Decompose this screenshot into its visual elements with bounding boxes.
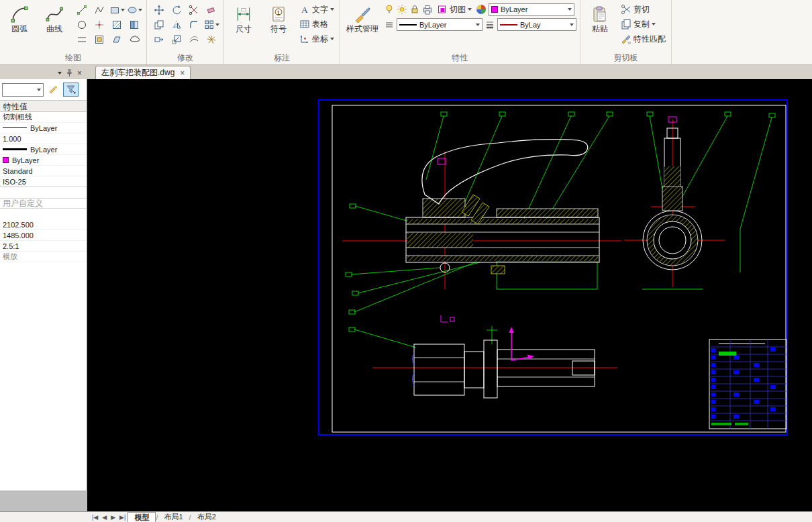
erase-button[interactable] [203, 3, 220, 17]
object-type-dropdown[interactable] [2, 83, 44, 97]
copy-icon [621, 19, 631, 30]
linetype-dropdown[interactable]: ByLayer [397, 18, 483, 31]
property-row-height[interactable]: 1485.000 [0, 230, 87, 241]
property-row-text-style[interactable]: Standard [0, 166, 87, 176]
tab-model[interactable]: 模型 [128, 512, 156, 522]
style-manager-button[interactable]: 样式管理 [344, 3, 381, 47]
next-layout-button[interactable]: ▶ [109, 514, 117, 521]
palette-spacer [0, 209, 87, 219]
property-row-orientation[interactable]: 横放 [0, 252, 87, 262]
property-row-linetype[interactable]: ByLayer [0, 123, 87, 134]
coordinate-icon [299, 34, 310, 44]
dropdown-arrow-icon[interactable] [121, 9, 125, 11]
property-row-dim-style[interactable]: ISO-25 [0, 176, 87, 187]
group-label-modify: 修改 [150, 52, 220, 64]
layer-thaw-button[interactable] [397, 4, 407, 15]
document-tab-close-icon[interactable]: × [180, 69, 185, 77]
document-tab-title: 左刹车把装配图.dwg [101, 67, 174, 79]
point-button[interactable] [91, 17, 108, 32]
rotate-button[interactable] [168, 3, 185, 17]
cad-drawing[interactable] [87, 79, 812, 511]
stretch-button[interactable] [150, 32, 168, 47]
layout-statusbar: |◀ ◀ ▶ ▶| 模型 / 布局1 / 布局2 [0, 511, 812, 522]
last-layout-button[interactable]: ▶| [117, 514, 128, 521]
property-row-linetype-scale[interactable]: 1.000 [0, 134, 87, 144]
text-button[interactable]: A 文字 [297, 3, 336, 16]
coordinate-button[interactable]: 坐标 [297, 32, 336, 46]
dropdown-arrow-icon[interactable] [330, 8, 334, 11]
polyline-icon [94, 5, 105, 15]
array-icon [204, 19, 215, 30]
polyline-button[interactable] [91, 3, 108, 17]
multiline-button[interactable] [73, 32, 91, 47]
lineweight-dropdown[interactable]: ByLay [497, 18, 576, 31]
property-row-width[interactable]: 2102.500 [0, 219, 87, 230]
brake-lever-outline [422, 140, 588, 204]
revcloud-icon [129, 34, 140, 45]
dropdown-arrow-icon[interactable] [652, 23, 656, 25]
layer-plot-button[interactable] [422, 4, 433, 15]
property-row-scale[interactable]: 2.5:1 [0, 241, 87, 252]
line-button[interactable] [73, 3, 91, 17]
mirror-button[interactable] [168, 17, 185, 32]
revcloud-button[interactable] [125, 32, 143, 47]
ribbon: 圆弧 曲线 [0, 0, 812, 65]
paste-button[interactable]: 粘贴 [584, 3, 616, 47]
trim-button[interactable] [185, 3, 203, 17]
dimension-button[interactable]: 尺寸 [227, 3, 260, 47]
layer-on-button[interactable] [384, 4, 395, 15]
table-icon [299, 19, 310, 30]
dropdown-arrow-icon[interactable] [215, 23, 219, 26]
dropdown-arrow-icon[interactable] [138, 9, 142, 11]
property-value: 横放 [3, 252, 17, 262]
color-dropdown[interactable]: ByLayer [489, 3, 574, 16]
ellipse-button[interactable] [125, 3, 143, 17]
array-button[interactable] [203, 17, 220, 32]
spline-button[interactable]: 曲线 [38, 3, 70, 47]
property-row-object-type[interactable]: 切割粗线 [0, 112, 87, 123]
tab-layout1[interactable]: 布局1 [158, 512, 189, 522]
fillet-button[interactable] [185, 17, 203, 32]
previous-layout-button[interactable]: ◀ [100, 514, 109, 521]
offset-button[interactable] [185, 32, 203, 47]
cut-button[interactable]: 剪切 [619, 3, 668, 16]
palette-close-icon[interactable]: × [77, 70, 82, 76]
gradient-button[interactable] [125, 17, 143, 32]
dropdown-arrow-icon[interactable] [468, 8, 472, 11]
circle-button[interactable] [73, 17, 91, 32]
copy-button[interactable]: 复制 [619, 17, 668, 31]
select-objects-button[interactable] [63, 83, 79, 97]
table-button[interactable]: 表格 [297, 17, 336, 31]
pin-icon[interactable] [66, 68, 73, 77]
rectangle-icon [109, 5, 120, 15]
block-button[interactable] [91, 32, 108, 47]
symbol-button[interactable]: 1 符号 [262, 3, 295, 47]
lineweight-preview [500, 24, 517, 25]
hatch-button[interactable] [108, 17, 125, 32]
symbol-icon: 1 [270, 5, 287, 23]
select-objects-icon [66, 85, 77, 95]
document-tab[interactable]: 左刹车把装配图.dwg × [95, 66, 191, 79]
color-wheel-button[interactable] [476, 4, 487, 15]
lineweight-list-button[interactable] [485, 19, 495, 30]
linetype-list-button[interactable] [384, 19, 395, 30]
move-button[interactable] [150, 3, 168, 17]
palette-menu-icon[interactable] [58, 72, 62, 74]
quick-select-button[interactable] [46, 83, 61, 97]
clip-button[interactable]: 切图 [435, 3, 474, 16]
explode-button[interactable] [203, 32, 220, 47]
arc-button[interactable]: 圆弧 [3, 3, 36, 47]
first-layout-button[interactable]: |◀ [90, 514, 100, 521]
match-properties-button[interactable]: 特性匹配 [619, 32, 668, 46]
property-row-lineweight[interactable]: ByLayer [0, 144, 87, 155]
scale-button[interactable] [168, 32, 185, 47]
fillet-icon [189, 19, 199, 30]
tab-layout2[interactable]: 布局2 [191, 512, 222, 522]
dropdown-arrow-icon[interactable] [330, 38, 334, 40]
drawing-canvas[interactable] [87, 79, 812, 511]
property-row-color[interactable]: ByLayer [0, 155, 87, 166]
copy-object-button[interactable] [150, 17, 168, 32]
rectangle-button[interactable] [108, 3, 125, 17]
region-button[interactable] [108, 32, 125, 47]
layer-lock-button[interactable] [409, 4, 420, 15]
